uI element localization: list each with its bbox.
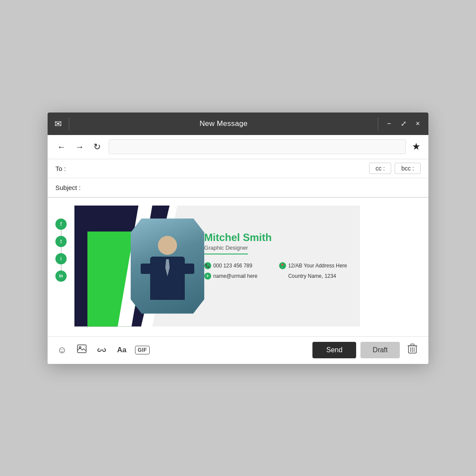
titlebar-actions: − ⤢ × [385, 119, 421, 129]
window-title: New Message [76, 119, 371, 128]
to-row: To : cc : bcc : [48, 159, 428, 178]
person-body [150, 257, 185, 300]
address2-text: Country Name, 1234 [288, 273, 336, 279]
address2-item: Country Name, 1234 [279, 273, 347, 280]
sig-role: Graphic Designer [204, 244, 248, 254]
dot-line-2 [61, 247, 61, 253]
toolbar-actions: Send Draft [312, 342, 421, 358]
sig-name: Mitchel Smith [204, 232, 347, 244]
dot-line-1 [61, 230, 61, 236]
social-sidebar: f t i in [55, 219, 67, 282]
phone-text: 000 123 456 789 [213, 263, 252, 269]
twitter-icon[interactable]: t [55, 236, 67, 247]
person-head [158, 236, 177, 255]
phone-item: 📞 000 123 456 789 [204, 262, 272, 269]
email-fields: To : cc : bcc : Subject : [48, 159, 428, 198]
sig-contact: 📞 000 123 456 789 📍 12/AB Your Address H… [204, 262, 347, 280]
bcc-button[interactable]: bcc : [395, 163, 421, 174]
facebook-icon[interactable]: f [55, 219, 67, 230]
star-icon[interactable]: ★ [412, 141, 421, 152]
compose-area: f t i in [48, 198, 428, 336]
sig-first-name: Mitchel [204, 232, 240, 243]
linkedin-icon[interactable]: in [55, 270, 67, 282]
font-icon: Aa [117, 346, 126, 354]
toolbar-icons: ☺ Aa [55, 343, 312, 357]
bottom-toolbar: ☺ Aa [48, 336, 428, 364]
emoji-button[interactable]: ☺ [55, 343, 68, 357]
subject-input[interactable] [81, 180, 421, 195]
gif-button[interactable]: GIF [135, 346, 150, 354]
cc-button[interactable]: cc : [369, 163, 392, 174]
instagram-icon[interactable]: i [55, 253, 67, 264]
link-icon [97, 344, 106, 356]
address-text: 12/AB Your Address Here [288, 263, 347, 269]
subject-label: Subject : [55, 184, 81, 191]
refresh-button[interactable]: ↻ [92, 140, 103, 154]
forward-button[interactable]: → [74, 140, 86, 154]
email-text: name@urmail here [213, 273, 257, 279]
to-label: To : [55, 165, 81, 172]
signature-card: Mitchel Smith Graphic Designer 📞 000 123… [74, 206, 360, 327]
url-bar[interactable] [109, 139, 406, 154]
person-tie [165, 259, 170, 277]
link-button[interactable] [95, 343, 108, 357]
titlebar: ✉ New Message − ⤢ × [48, 113, 428, 135]
send-button[interactable]: Send [312, 342, 356, 358]
back-button[interactable]: ← [55, 140, 68, 154]
sig-last-name: Smith [243, 232, 272, 243]
expand-button[interactable]: ⤢ [399, 119, 408, 129]
signature-info: Mitchel Smith Graphic Designer 📞 000 123… [204, 232, 347, 280]
subject-row: Subject : [48, 178, 428, 197]
address-icon: 📍 [279, 262, 286, 269]
profile-photo [131, 219, 204, 314]
cc-bcc-buttons: cc : bcc : [369, 163, 421, 174]
trash-icon [408, 344, 417, 357]
phone-icon: 📞 [204, 262, 211, 269]
email-item: ✈ name@urmail here [204, 273, 272, 280]
image-icon [77, 344, 87, 356]
dot-line-3 [61, 264, 61, 270]
trash-button[interactable] [404, 342, 421, 358]
email-window: ✉ New Message − ⤢ × ← → ↻ ★ To : cc : bc… [48, 113, 428, 364]
titlebar-divider2 [378, 118, 378, 130]
navbar: ← → ↻ ★ [48, 135, 428, 159]
person-silhouette [146, 227, 189, 305]
font-button[interactable]: Aa [115, 344, 128, 356]
mail-icon: ✉ [55, 119, 62, 129]
svg-rect-4 [411, 344, 414, 346]
titlebar-divider1 [69, 118, 69, 130]
address-item: 📍 12/AB Your Address Here [279, 262, 347, 269]
image-button[interactable] [75, 343, 88, 357]
draft-button[interactable]: Draft [360, 342, 400, 358]
emoji-icon: ☺ [57, 344, 67, 356]
email-icon: ✈ [204, 273, 211, 280]
minimize-button[interactable]: − [385, 119, 392, 129]
to-input[interactable] [81, 161, 369, 176]
photo-inner [131, 219, 204, 314]
close-button[interactable]: × [414, 119, 421, 129]
